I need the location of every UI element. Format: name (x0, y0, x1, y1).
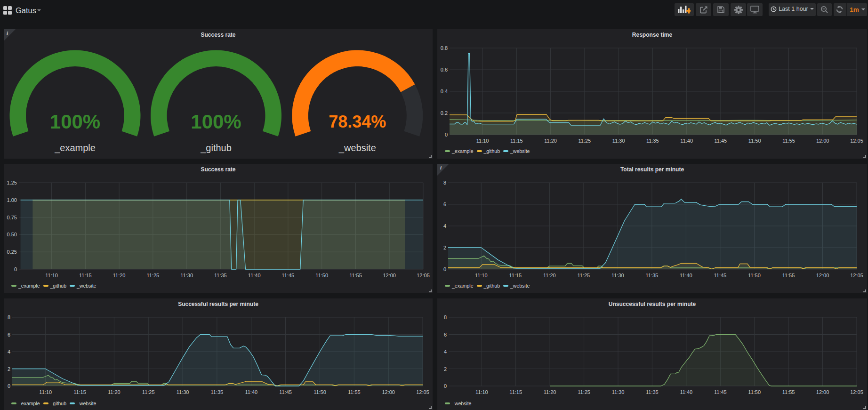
svg-text:100%: 100% (50, 111, 100, 133)
svg-text:11:50: 11:50 (313, 389, 326, 395)
svg-text:11:30: 11:30 (177, 389, 189, 395)
svg-text:12:00: 12:00 (816, 389, 829, 395)
svg-text:11:35: 11:35 (646, 389, 659, 395)
svg-text:11:20: 11:20 (113, 273, 126, 278)
svg-text:6: 6 (444, 332, 447, 338)
svg-text:11:20: 11:20 (544, 389, 556, 395)
svg-text:11:50: 11:50 (748, 389, 761, 395)
svg-text:6: 6 (8, 332, 10, 338)
svg-text:11:25: 11:25 (579, 138, 591, 144)
svg-text:0.75: 0.75 (7, 215, 17, 220)
svg-text:11:55: 11:55 (782, 138, 795, 144)
svg-text:11:25: 11:25 (578, 273, 590, 278)
svg-text:11:30: 11:30 (611, 273, 624, 278)
svg-text:11:10: 11:10 (475, 389, 488, 395)
svg-text:11:25: 11:25 (578, 389, 590, 395)
svg-text:11:15: 11:15 (510, 138, 523, 144)
svg-text:11:10: 11:10 (476, 138, 489, 144)
svg-text:11:15: 11:15 (509, 389, 522, 395)
svg-text:11:35: 11:35 (646, 138, 659, 144)
svg-text:_example: _example (54, 143, 96, 153)
svg-text:11:15: 11:15 (73, 389, 86, 395)
svg-text:11:55: 11:55 (782, 389, 795, 395)
svg-text:11:40: 11:40 (680, 273, 692, 278)
svg-text:11:40: 11:40 (680, 389, 692, 395)
svg-text:11:45: 11:45 (715, 138, 727, 144)
svg-text:12:05: 12:05 (850, 138, 863, 144)
svg-text:11:30: 11:30 (180, 273, 193, 278)
svg-text:11:10: 11:10 (45, 273, 58, 278)
svg-text:11:45: 11:45 (714, 273, 727, 278)
svg-text:0.2: 0.2 (441, 110, 448, 116)
svg-text:8: 8 (444, 314, 447, 320)
svg-text:12:05: 12:05 (417, 273, 430, 278)
svg-text:11:40: 11:40 (680, 138, 693, 144)
svg-text:100%: 100% (191, 111, 241, 133)
svg-text:11:35: 11:35 (214, 273, 227, 278)
svg-text:11:45: 11:45 (282, 273, 295, 278)
svg-text:11:30: 11:30 (612, 138, 625, 144)
svg-text:78.34%: 78.34% (329, 112, 386, 131)
svg-text:_website: _website (338, 143, 376, 153)
svg-text:4: 4 (444, 349, 447, 354)
svg-text:0.4: 0.4 (441, 88, 448, 94)
svg-text:11:45: 11:45 (714, 389, 727, 395)
svg-text:0: 0 (14, 266, 17, 272)
svg-text:11:25: 11:25 (147, 273, 160, 278)
svg-text:0: 0 (443, 266, 446, 272)
svg-text:12:05: 12:05 (416, 389, 429, 395)
svg-text:11:30: 11:30 (612, 389, 625, 395)
svg-text:11:40: 11:40 (245, 389, 257, 395)
svg-text:11:40: 11:40 (248, 273, 261, 278)
svg-text:8: 8 (443, 180, 446, 185)
svg-text:11:15: 11:15 (79, 273, 92, 278)
svg-text:11:35: 11:35 (646, 273, 659, 278)
svg-text:11:50: 11:50 (315, 273, 328, 278)
svg-text:11:20: 11:20 (108, 389, 121, 395)
svg-text:11:10: 11:10 (39, 389, 52, 395)
svg-text:0: 0 (8, 383, 10, 389)
svg-text:8: 8 (8, 314, 10, 320)
svg-text:11:50: 11:50 (748, 138, 761, 144)
svg-text:11:25: 11:25 (142, 389, 155, 395)
svg-text:2: 2 (444, 366, 447, 372)
svg-text:11:10: 11:10 (475, 273, 488, 278)
svg-text:1.00: 1.00 (7, 197, 17, 203)
svg-text:12:00: 12:00 (383, 273, 396, 278)
svg-text:0.8: 0.8 (441, 45, 448, 51)
svg-text:11:35: 11:35 (211, 389, 224, 395)
svg-text:4: 4 (443, 223, 446, 229)
svg-text:2: 2 (443, 245, 446, 250)
svg-text:11:55: 11:55 (348, 389, 361, 395)
svg-text:12:05: 12:05 (850, 389, 863, 395)
svg-text:0: 0 (445, 132, 448, 137)
svg-text:0.6: 0.6 (441, 67, 448, 72)
svg-text:11:20: 11:20 (544, 138, 557, 144)
svg-text:2: 2 (8, 366, 10, 372)
svg-text:11:55: 11:55 (782, 273, 795, 278)
svg-text:1.25: 1.25 (7, 180, 17, 185)
svg-text:12:00: 12:00 (816, 273, 829, 278)
svg-text:0.50: 0.50 (7, 232, 17, 237)
svg-text:12:05: 12:05 (850, 273, 863, 278)
svg-text:0: 0 (444, 383, 447, 389)
svg-text:11:55: 11:55 (349, 273, 362, 278)
svg-text:11:15: 11:15 (509, 273, 522, 278)
svg-text:12:00: 12:00 (382, 389, 395, 395)
svg-text:11:45: 11:45 (279, 389, 292, 395)
svg-text:_github: _github (200, 143, 232, 153)
svg-text:11:20: 11:20 (543, 273, 556, 278)
svg-text:12:00: 12:00 (816, 138, 829, 144)
svg-text:11:50: 11:50 (748, 273, 761, 278)
svg-text:6: 6 (443, 201, 446, 207)
svg-text:0.25: 0.25 (7, 249, 17, 255)
svg-text:4: 4 (8, 349, 10, 354)
